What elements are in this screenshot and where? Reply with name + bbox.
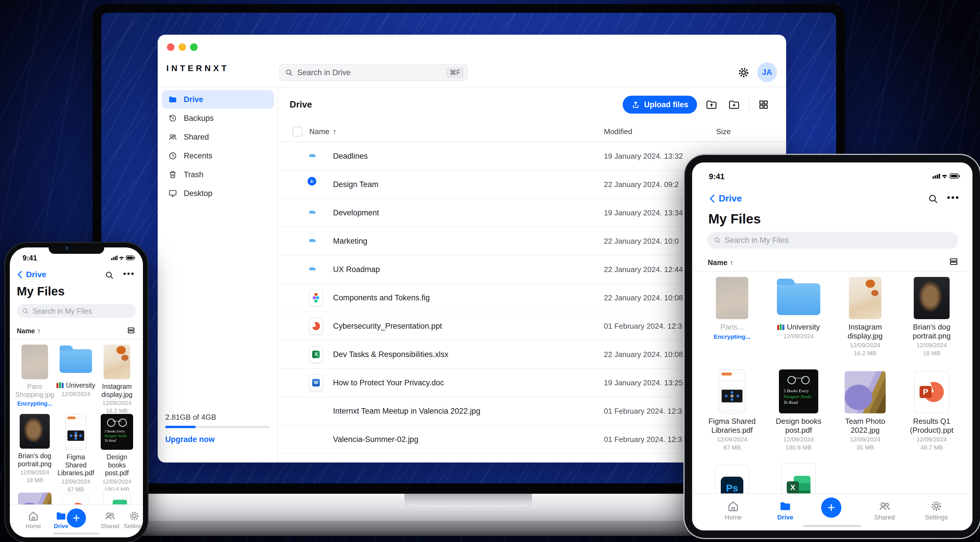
- sidebar-item-label: Desktop: [184, 189, 212, 198]
- pdf-thumbnail: 5 Books Every Designer Needs To Read: [779, 369, 818, 414]
- tablet-search-button[interactable]: [928, 194, 938, 204]
- window-header: INTERNXT Search in Drive ⌘F JA: [158, 35, 786, 87]
- add-button[interactable]: [67, 509, 86, 528]
- image-thumbnail: [849, 277, 881, 319]
- image-thumbnail: [914, 277, 950, 319]
- folder-up-icon: [705, 98, 718, 111]
- sidebar-item-drive[interactable]: Drive: [162, 90, 274, 109]
- sidebar-item-desktop[interactable]: Desktop: [162, 184, 274, 203]
- back-button[interactable]: Drive: [709, 193, 742, 204]
- grid-item-instagram[interactable]: Instagram display.jpg 12/09/2024 16.2 MB: [839, 277, 891, 357]
- folder-icon: [55, 510, 67, 522]
- nav-shared[interactable]: Shared: [99, 510, 121, 529]
- more-options-icon[interactable]: •••: [947, 192, 960, 203]
- nav-settings[interactable]: Settings: [923, 500, 950, 521]
- nav-home[interactable]: Home: [23, 510, 43, 529]
- zoom-window-button[interactable]: [190, 43, 197, 51]
- tablet-page-title: My Files: [708, 211, 761, 227]
- column-name[interactable]: Name↑: [309, 127, 604, 136]
- plus-icon: [826, 503, 836, 512]
- back-button[interactable]: Drive: [17, 270, 46, 279]
- people-icon: [168, 132, 177, 142]
- new-folder-button[interactable]: [726, 97, 742, 113]
- grid-item-results-ppt[interactable]: P Results Q1 (Product).ppt 12/09/2024 48…: [906, 369, 958, 451]
- select-all-checkbox[interactable]: [293, 127, 302, 136]
- search-icon: [285, 68, 293, 77]
- clock-icon: [168, 151, 177, 160]
- grid-item-university[interactable]: University 12/09/2024: [56, 334, 95, 398]
- search-icon: [928, 194, 938, 204]
- sidebar: Drive Backups Shared: [158, 87, 278, 463]
- table-header: Name↑ Modified Size: [278, 121, 786, 142]
- column-size[interactable]: Size: [716, 127, 786, 136]
- grid-item-design-books[interactable]: 5 Books Every Designer Needs To Read Des…: [773, 369, 825, 451]
- drive-search-input[interactable]: Search in Drive ⌘F: [279, 64, 468, 81]
- list-view-toggle[interactable]: [127, 326, 135, 335]
- sidebar-item-shared[interactable]: Shared: [162, 128, 274, 146]
- folder-icon: [777, 283, 820, 315]
- close-window-button[interactable]: [167, 43, 175, 51]
- home-icon: [727, 500, 740, 512]
- grid-item-figma-pdf[interactable]: Figma Shared Libraries.pdf 12/09/2024 87…: [56, 414, 95, 493]
- gear-icon: [737, 66, 750, 79]
- minimize-window-button[interactable]: [178, 43, 186, 51]
- panel-toolbar: Drive Upload files: [290, 93, 772, 116]
- grid-item-university[interactable]: University 12/09/2024: [773, 277, 825, 340]
- grid-item-figma-pdf[interactable]: Figma Shared Libraries.pdf 12/09/2024 87…: [706, 369, 758, 451]
- people-icon: [878, 500, 891, 512]
- phone-search-input[interactable]: Search in My Files: [17, 304, 136, 318]
- grid-view-button[interactable]: [756, 97, 772, 113]
- nav-home[interactable]: Home: [722, 500, 745, 521]
- grid-item-paris[interactable]: Paris Shopping.jpg Encrypting...: [15, 334, 54, 407]
- sidebar-item-recents[interactable]: Recents: [162, 147, 274, 165]
- gear-icon: [930, 500, 943, 512]
- image-thumbnail: [716, 277, 748, 319]
- window-controls: [167, 43, 197, 51]
- column-modified[interactable]: Modified: [604, 127, 716, 136]
- grid-item-team-photo[interactable]: Team Photo 2022.jpg 12/09/2024 35 MB: [839, 369, 891, 451]
- grid-item-dog[interactable]: Brian's dog portrait.png 12/09/2024 18 M…: [906, 277, 958, 357]
- phone-status-icons: [111, 255, 135, 261]
- upgrade-link[interactable]: Upgrade now: [165, 435, 270, 444]
- sidebar-item-label: Drive: [184, 95, 204, 104]
- add-button[interactable]: [821, 498, 842, 518]
- tablet-sort-control[interactable]: Name↑: [708, 258, 733, 267]
- image-thumbnail: [845, 371, 886, 414]
- folder-plus-icon: [728, 98, 740, 111]
- folder-icon: [779, 500, 792, 512]
- phone-page-title: My Files: [17, 284, 65, 298]
- sidebar-item-trash[interactable]: Trash: [162, 165, 274, 184]
- books-icon: [777, 324, 784, 330]
- nav-drive[interactable]: Drive: [774, 500, 797, 521]
- list-view-icon: [127, 326, 135, 335]
- upload-files-button[interactable]: Upload files: [623, 96, 697, 114]
- user-avatar[interactable]: JA: [757, 62, 777, 82]
- grid-view-icon: [758, 99, 769, 110]
- list-view-toggle[interactable]: [949, 257, 959, 266]
- image-thumbnail: [20, 414, 50, 448]
- marketing-composite: INTERNXT Search in Drive ⌘F JA: [0, 0, 980, 542]
- grid-item-paris[interactable]: Paris... Encrypting...: [706, 277, 758, 340]
- tablet-search-input[interactable]: Search in My Files: [707, 232, 958, 249]
- sidebar-item-backups[interactable]: Backups: [162, 109, 274, 127]
- trash-icon: [168, 170, 177, 179]
- chevron-left-icon: [709, 194, 716, 203]
- sort-arrow-icon: ↑: [37, 327, 41, 335]
- more-options-icon[interactable]: •••: [123, 269, 135, 279]
- nav-shared[interactable]: Shared: [872, 500, 897, 521]
- grid-item-design-books[interactable]: 5 Books Every Designer Needs To Read Des…: [97, 414, 137, 493]
- grid-item-dog[interactable]: Brian's dog portrait.png 12/09/2024 18 M…: [15, 414, 54, 483]
- tablet-screen: 9:41 Drive ••• My Files Search in My Fil…: [692, 162, 972, 531]
- encrypting-status: Encrypting...: [15, 400, 54, 407]
- settings-button[interactable]: [737, 65, 751, 80]
- tablet-status-time: 9:41: [709, 172, 724, 181]
- phone-sort-control[interactable]: Name↑: [17, 327, 40, 335]
- phone-search-button[interactable]: [105, 271, 114, 280]
- divider: [692, 271, 972, 272]
- nav-settings[interactable]: Settings: [123, 510, 143, 529]
- sidebar-item-label: Recents: [184, 152, 212, 160]
- powerpoint-file-icon: P: [914, 371, 949, 414]
- sidebar-item-label: Trash: [184, 170, 204, 179]
- grid-item-instagram[interactable]: Instagram display.jpg 12/09/2024 16.2 MB: [97, 334, 137, 414]
- move-to-folder-button[interactable]: [703, 97, 720, 113]
